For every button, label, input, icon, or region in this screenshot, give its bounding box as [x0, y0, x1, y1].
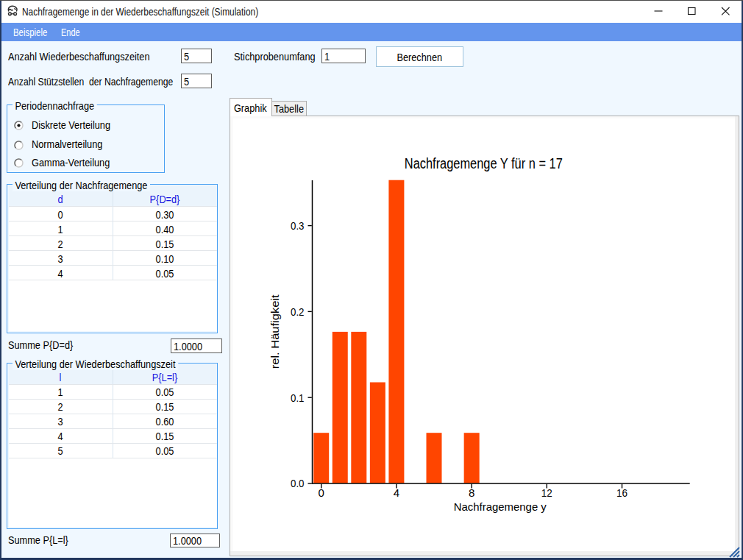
svg-text:0.3: 0.3: [291, 219, 305, 232]
svg-text:Nachfragemenge y: Nachfragemenge y: [454, 500, 547, 513]
svg-text:rel. Häufigkeit: rel. Häufigkeit: [269, 294, 281, 369]
svg-text:8: 8: [469, 486, 474, 499]
svg-text:0.0: 0.0: [291, 477, 305, 489]
svg-text:0.2: 0.2: [291, 305, 305, 318]
svg-text:0.1: 0.1: [291, 391, 305, 404]
svg-text:Nachfragemenge Y für n = 17: Nachfragemenge Y für n = 17: [405, 155, 563, 171]
svg-text:16: 16: [616, 486, 628, 499]
svg-text:4: 4: [394, 486, 399, 499]
svg-text:12: 12: [541, 486, 552, 499]
svg-text:0: 0: [319, 486, 324, 499]
